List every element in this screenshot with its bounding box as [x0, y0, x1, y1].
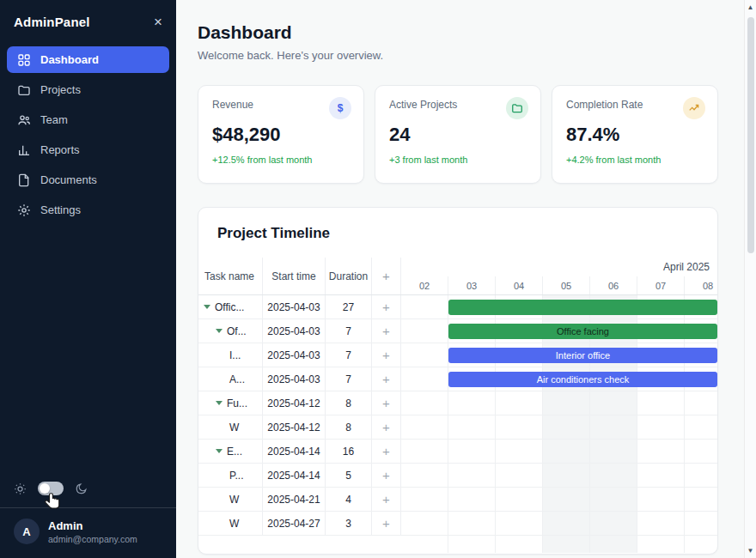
- task-row[interactable]: A... 2025-04-03 7 +: [198, 367, 401, 391]
- bar-label: Air conditioners check: [537, 374, 630, 385]
- task-name-cell: I...: [198, 343, 263, 367]
- day-header: 07: [637, 276, 685, 294]
- add-task-button[interactable]: +: [372, 464, 401, 487]
- task-row[interactable]: I... 2025-04-03 7 +: [198, 343, 401, 367]
- sidebar-item-label: Reports: [40, 143, 80, 156]
- collapse-arrow-icon[interactable]: [216, 449, 223, 453]
- day-header: 03: [448, 276, 496, 294]
- user-email: admin@company.com: [48, 534, 137, 544]
- document-icon: [17, 173, 31, 187]
- add-column-button[interactable]: +: [372, 258, 401, 294]
- scroll-up-arrow-icon[interactable]: ▲: [745, 3, 756, 11]
- dashboard-grid-icon: [17, 53, 31, 67]
- main-content: Dashboard Welcome back. Here's your over…: [176, 0, 744, 558]
- task-row[interactable]: P... 2025-04-14 5 +: [198, 464, 401, 488]
- trend-up-icon: [683, 97, 705, 119]
- column-header-task-name: Task name: [198, 258, 263, 294]
- sidebar-item-dashboard[interactable]: Dashboard: [7, 46, 169, 73]
- task-duration: 3: [326, 512, 372, 535]
- task-start: 2025-04-14: [263, 440, 326, 463]
- sidebar-item-label: Team: [40, 113, 68, 126]
- theme-toggle-knob: [40, 483, 50, 494]
- collapse-arrow-icon[interactable]: [216, 329, 223, 333]
- day-header: 04: [496, 276, 543, 294]
- task-duration: 7: [326, 319, 372, 343]
- add-task-button[interactable]: +: [372, 488, 401, 511]
- task-duration: 7: [326, 367, 372, 391]
- app-title: AdminPanel: [14, 15, 90, 29]
- vertical-scrollbar[interactable]: ▲ ▼: [744, 0, 756, 558]
- task-name-cell: Of...: [198, 319, 263, 343]
- grid-row: [401, 440, 717, 464]
- task-start: 2025-04-03: [263, 343, 326, 367]
- task-duration: 16: [326, 440, 372, 463]
- task-start: 2025-04-03: [263, 319, 326, 343]
- task-name: Of...: [227, 325, 247, 337]
- task-row[interactable]: W 2025-04-27 3 +: [198, 512, 401, 536]
- sidebar-nav: Dashboard Projects Team Reports: [0, 39, 176, 227]
- add-task-button[interactable]: +: [372, 367, 401, 391]
- task-name-cell: W: [198, 512, 263, 535]
- gear-icon: [17, 203, 31, 217]
- bar-label: Interior office: [556, 350, 610, 361]
- task-duration: 8: [326, 391, 372, 415]
- gantt-bar-interior-office[interactable]: Interior office: [448, 348, 717, 363]
- sidebar-item-label: Documents: [40, 173, 97, 186]
- page-subtitle: Welcome back. Here's your overview.: [198, 49, 718, 62]
- add-task-button[interactable]: +: [372, 440, 401, 463]
- add-task-button[interactable]: +: [372, 512, 401, 535]
- sidebar-item-documents[interactable]: Documents: [7, 167, 169, 193]
- gantt-bar-air-conditioners-check[interactable]: Air conditioners check: [448, 372, 717, 387]
- task-row[interactable]: W 2025-04-12 8 +: [198, 415, 401, 440]
- folder-icon: [506, 97, 528, 119]
- gantt-bar-project[interactable]: [448, 300, 717, 315]
- collapse-arrow-icon[interactable]: [216, 401, 223, 405]
- gantt-chart: Task name Start time Duration + Offic...…: [198, 258, 717, 553]
- day-header: 02: [401, 276, 448, 294]
- sidebar-item-projects[interactable]: Projects: [7, 76, 169, 103]
- page-title: Dashboard: [198, 22, 718, 43]
- sidebar-item-settings[interactable]: Settings: [7, 197, 169, 223]
- add-task-button[interactable]: +: [372, 295, 401, 318]
- column-header-duration: Duration: [326, 258, 372, 294]
- timeline-title: Project Timeline: [198, 208, 717, 242]
- stat-value: 24: [389, 124, 527, 146]
- gantt-task-table: Task name Start time Duration + Offic...…: [198, 258, 401, 553]
- add-task-button[interactable]: +: [372, 319, 401, 343]
- stat-delta: +4.2% from last month: [566, 155, 704, 165]
- gantt-chart-area: April 2025 02 03 04 05 06 07 08: [401, 258, 717, 553]
- task-start: 2025-04-03: [263, 367, 326, 391]
- task-duration: 27: [326, 295, 372, 318]
- sidebar-item-team[interactable]: Team: [7, 106, 169, 133]
- add-task-button[interactable]: +: [372, 415, 401, 439]
- sidebar-item-reports[interactable]: Reports: [7, 136, 169, 163]
- folder-icon: [17, 83, 31, 97]
- app-window: AdminPanel × Dashboard Projects Team: [0, 0, 756, 558]
- grid-row: [401, 488, 717, 512]
- task-row[interactable]: Of... 2025-04-03 7 +: [198, 319, 401, 343]
- grid-row: [401, 464, 717, 488]
- user-name: Admin: [48, 519, 137, 532]
- avatar: A: [14, 519, 40, 544]
- gantt-bar-office-facing[interactable]: Office facing: [448, 324, 717, 339]
- task-row[interactable]: Offic... 2025-04-03 27 +: [198, 295, 401, 319]
- close-icon[interactable]: ×: [154, 15, 162, 29]
- task-duration: 8: [326, 415, 372, 439]
- grid-row: [401, 512, 717, 536]
- add-task-button[interactable]: +: [372, 391, 401, 415]
- task-name-cell: Offic...: [198, 295, 263, 318]
- stat-delta: +12.5% from last month: [212, 155, 350, 165]
- task-name: W: [229, 518, 239, 530]
- user-profile[interactable]: A Admin admin@company.com: [0, 507, 176, 558]
- add-task-button[interactable]: +: [372, 343, 401, 367]
- task-row[interactable]: Fu... 2025-04-12 8 +: [198, 391, 401, 415]
- task-row[interactable]: W 2025-04-21 4 +: [198, 488, 401, 512]
- scroll-down-arrow-icon[interactable]: ▼: [745, 547, 756, 555]
- day-header: 08: [685, 276, 717, 294]
- users-icon: [17, 113, 31, 127]
- sidebar-item-label: Dashboard: [40, 53, 99, 66]
- scrollbar-thumb[interactable]: [747, 17, 754, 253]
- task-row[interactable]: E... 2025-04-14 16 +: [198, 440, 401, 464]
- theme-toggle[interactable]: [38, 482, 64, 495]
- collapse-arrow-icon[interactable]: [204, 305, 210, 309]
